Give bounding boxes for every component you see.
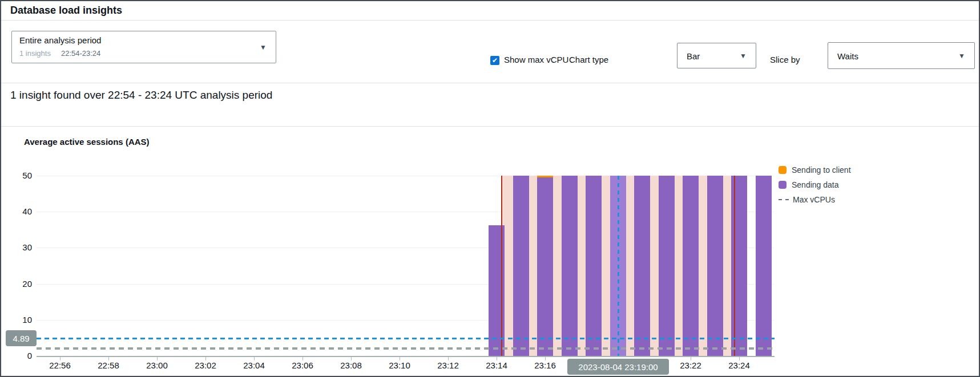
x-axis-label: 23:10 bbox=[380, 360, 420, 370]
period-range: 22:54-23:24 bbox=[61, 49, 100, 58]
chevron-down-icon: ▼ bbox=[260, 44, 267, 51]
x-axis-label: 23:08 bbox=[331, 360, 371, 370]
y-axis-label: 10 bbox=[3, 315, 32, 325]
legend-item-sending-to-client[interactable]: Sending to client bbox=[779, 163, 851, 177]
show-max-vcpu-label: Show max vCPU bbox=[504, 55, 568, 64]
x-axis-label: 22:56 bbox=[40, 360, 80, 370]
slice-by-value: Waits bbox=[837, 51, 858, 60]
x-axis-label: 23:00 bbox=[137, 360, 177, 370]
chart-legend: Sending to clientSending dataMax vCPUs bbox=[779, 163, 851, 207]
database-load-insights-panel: Database load insights Entire analysis p… bbox=[0, 0, 980, 377]
analysis-period-label: Entire analysis period bbox=[19, 35, 101, 45]
chart-bar-23:14[interactable] bbox=[489, 225, 505, 356]
insight-boundary-line bbox=[734, 176, 735, 356]
chart-bar-23:15[interactable] bbox=[513, 176, 529, 356]
chart-title: Average active sessions (AAS) bbox=[24, 137, 150, 147]
legend-item-sending-data[interactable]: Sending data bbox=[779, 177, 851, 192]
chevron-down-icon: ▼ bbox=[740, 52, 747, 59]
divider bbox=[1, 126, 979, 127]
legend-label: Max vCPUs bbox=[793, 195, 835, 204]
chart-bar-23:18[interactable] bbox=[586, 176, 602, 356]
y-axis-label: 50 bbox=[3, 171, 32, 180]
max-vcpus-line bbox=[37, 347, 775, 350]
chart-bar-23:25[interactable] bbox=[756, 176, 772, 356]
chart-type-label: Chart type bbox=[569, 55, 608, 64]
aas-reference-line bbox=[37, 338, 775, 339]
sending-to-client-segment bbox=[537, 176, 553, 177]
x-axis-label: 23:14 bbox=[477, 360, 517, 370]
legend-label: Sending to client bbox=[792, 165, 851, 175]
chevron-down-icon: ▼ bbox=[958, 52, 965, 59]
orange-square-swatch-icon bbox=[779, 166, 787, 174]
y-axis-label: 0 bbox=[3, 351, 32, 360]
analysis-period-subtext: 1 insights22:54-23:24 bbox=[19, 49, 100, 58]
crosshair-date-badge: 2023-08-04 23:19:00 bbox=[567, 359, 669, 375]
x-axis-label: 23:06 bbox=[283, 360, 322, 370]
aas-value-badge: 4.89 bbox=[6, 330, 37, 346]
show-max-vcpu-checkbox[interactable]: ✔ bbox=[490, 56, 499, 65]
x-axis-label: 23:04 bbox=[234, 360, 274, 370]
divider bbox=[1, 83, 979, 83]
x-axis-label: 23:12 bbox=[428, 360, 468, 370]
insight-boundary-line bbox=[501, 176, 502, 356]
y-axis-label: 30 bbox=[3, 242, 32, 252]
y-axis-label: 20 bbox=[3, 279, 32, 289]
x-axis-label: 23:22 bbox=[671, 360, 711, 370]
insights-count: 1 insights bbox=[19, 49, 51, 58]
chart-bar-23:16[interactable] bbox=[537, 176, 553, 356]
y-axis-label: 40 bbox=[3, 206, 32, 216]
legend-item-max-vcpus[interactable]: Max vCPUs bbox=[779, 192, 851, 207]
slice-by-label: Slice by bbox=[770, 55, 800, 64]
analysis-period-dropdown[interactable]: Entire analysis period 1 insights22:54-2… bbox=[11, 31, 276, 63]
insight-summary: 1 insight found over 22:54 - 23:24 UTC a… bbox=[10, 89, 272, 102]
dashed-line-swatch-icon bbox=[779, 199, 789, 200]
chart-bar-23:21[interactable] bbox=[659, 176, 675, 356]
x-axis-label: 23:02 bbox=[185, 360, 225, 370]
divider bbox=[1, 20, 979, 21]
chart-bar-23:17[interactable] bbox=[562, 176, 578, 356]
page-title: Database load insights bbox=[10, 5, 122, 17]
chart-bar-23:20[interactable] bbox=[634, 176, 650, 356]
chart-type-value: Bar bbox=[687, 51, 700, 60]
crosshair-line bbox=[618, 176, 619, 356]
x-axis-label: 23:16 bbox=[525, 360, 565, 370]
chart-bar-23:22[interactable] bbox=[683, 176, 699, 356]
purple-square-swatch-icon bbox=[779, 181, 787, 189]
slice-by-select[interactable]: Waits ▼ bbox=[828, 42, 975, 69]
chart-bar-23:23[interactable] bbox=[707, 176, 723, 356]
legend-label: Sending data bbox=[792, 180, 839, 189]
x-axis-label: 22:58 bbox=[88, 360, 128, 370]
chart-type-select[interactable]: Bar ▼ bbox=[677, 43, 756, 68]
aas-chart-plot-area[interactable] bbox=[37, 176, 775, 357]
x-axis-label: 23:24 bbox=[719, 360, 759, 370]
